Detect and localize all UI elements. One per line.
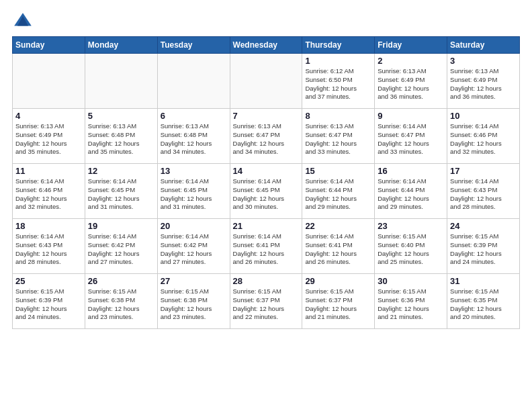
week-row-2: 4Sunrise: 6:13 AM Sunset: 6:49 PM Daylig… <box>13 109 520 164</box>
weekday-header-sunday: Sunday <box>13 37 85 54</box>
weekday-header-thursday: Thursday <box>302 37 375 54</box>
weekday-header-tuesday: Tuesday <box>157 37 230 54</box>
calendar-cell: 25Sunrise: 6:15 AM Sunset: 6:39 PM Dayli… <box>13 274 85 329</box>
weekday-header-friday: Friday <box>375 37 447 54</box>
calendar-cell: 15Sunrise: 6:14 AM Sunset: 6:44 PM Dayli… <box>302 164 375 219</box>
day-number: 24 <box>450 221 517 231</box>
day-number: 6 <box>161 111 227 121</box>
day-info: Sunrise: 6:13 AM Sunset: 6:48 PM Dayligh… <box>88 122 154 156</box>
calendar-cell: 12Sunrise: 6:14 AM Sunset: 6:45 PM Dayli… <box>85 164 157 219</box>
day-number: 27 <box>161 276 227 286</box>
day-info: Sunrise: 6:15 AM Sunset: 6:38 PM Dayligh… <box>88 287 154 322</box>
calendar-cell <box>13 54 85 109</box>
day-number: 12 <box>88 166 154 176</box>
week-row-4: 18Sunrise: 6:14 AM Sunset: 6:43 PM Dayli… <box>13 219 520 274</box>
day-number: 15 <box>305 166 371 176</box>
day-number: 22 <box>305 221 371 231</box>
calendar-cell: 6Sunrise: 6:13 AM Sunset: 6:48 PM Daylig… <box>157 109 230 164</box>
calendar-cell: 13Sunrise: 6:14 AM Sunset: 6:45 PM Dayli… <box>157 164 230 219</box>
day-number: 19 <box>88 221 154 231</box>
day-info: Sunrise: 6:15 AM Sunset: 6:38 PM Dayligh… <box>161 287 227 322</box>
day-number: 1 <box>305 56 371 66</box>
day-info: Sunrise: 6:14 AM Sunset: 6:41 PM Dayligh… <box>305 232 371 267</box>
day-info: Sunrise: 6:15 AM Sunset: 6:37 PM Dayligh… <box>305 287 371 322</box>
calendar-cell: 22Sunrise: 6:14 AM Sunset: 6:41 PM Dayli… <box>302 219 375 274</box>
day-info: Sunrise: 6:13 AM Sunset: 6:47 PM Dayligh… <box>305 122 371 156</box>
day-info: Sunrise: 6:14 AM Sunset: 6:46 PM Dayligh… <box>15 177 82 212</box>
day-info: Sunrise: 6:15 AM Sunset: 6:39 PM Dayligh… <box>15 287 82 322</box>
calendar-cell: 26Sunrise: 6:15 AM Sunset: 6:38 PM Dayli… <box>85 274 157 329</box>
day-info: Sunrise: 6:13 AM Sunset: 6:49 PM Dayligh… <box>378 67 444 101</box>
calendar-cell: 27Sunrise: 6:15 AM Sunset: 6:38 PM Dayli… <box>157 274 230 329</box>
weekday-header-row: SundayMondayTuesdayWednesdayThursdayFrid… <box>13 37 520 54</box>
calendar-cell: 10Sunrise: 6:14 AM Sunset: 6:46 PM Dayli… <box>447 109 520 164</box>
calendar-cell: 30Sunrise: 6:15 AM Sunset: 6:36 PM Dayli… <box>375 274 447 329</box>
calendar-cell: 7Sunrise: 6:13 AM Sunset: 6:47 PM Daylig… <box>230 109 302 164</box>
day-number: 2 <box>378 56 444 66</box>
day-number: 21 <box>233 221 300 231</box>
day-number: 5 <box>88 111 154 121</box>
calendar-cell: 17Sunrise: 6:14 AM Sunset: 6:43 PM Dayli… <box>447 164 520 219</box>
calendar-cell <box>157 54 230 109</box>
day-info: Sunrise: 6:15 AM Sunset: 6:40 PM Dayligh… <box>378 232 444 267</box>
day-info: Sunrise: 6:14 AM Sunset: 6:42 PM Dayligh… <box>161 232 227 267</box>
day-number: 14 <box>233 166 300 176</box>
calendar-cell: 28Sunrise: 6:15 AM Sunset: 6:37 PM Dayli… <box>230 274 302 329</box>
day-number: 18 <box>15 221 82 231</box>
day-info: Sunrise: 6:14 AM Sunset: 6:47 PM Dayligh… <box>378 122 444 156</box>
calendar-table: SundayMondayTuesdayWednesdayThursdayFrid… <box>12 36 520 329</box>
day-info: Sunrise: 6:15 AM Sunset: 6:37 PM Dayligh… <box>233 287 300 322</box>
calendar-cell: 8Sunrise: 6:13 AM Sunset: 6:47 PM Daylig… <box>302 109 375 164</box>
day-number: 31 <box>450 276 517 286</box>
calendar-cell: 16Sunrise: 6:14 AM Sunset: 6:44 PM Dayli… <box>375 164 447 219</box>
week-row-5: 25Sunrise: 6:15 AM Sunset: 6:39 PM Dayli… <box>13 274 520 329</box>
day-info: Sunrise: 6:14 AM Sunset: 6:43 PM Dayligh… <box>15 232 82 267</box>
day-info: Sunrise: 6:15 AM Sunset: 6:39 PM Dayligh… <box>450 232 517 267</box>
day-number: 3 <box>450 56 517 66</box>
logo-icon <box>12 11 34 32</box>
calendar-cell: 31Sunrise: 6:15 AM Sunset: 6:35 PM Dayli… <box>447 274 520 329</box>
calendar-cell: 11Sunrise: 6:14 AM Sunset: 6:46 PM Dayli… <box>13 164 85 219</box>
page: SundayMondayTuesdayWednesdayThursdayFrid… <box>0 0 532 337</box>
day-number: 30 <box>378 276 444 286</box>
calendar-cell: 29Sunrise: 6:15 AM Sunset: 6:37 PM Dayli… <box>302 274 375 329</box>
weekday-header-wednesday: Wednesday <box>230 37 302 54</box>
calendar-cell: 2Sunrise: 6:13 AM Sunset: 6:49 PM Daylig… <box>375 54 447 109</box>
calendar-cell: 9Sunrise: 6:14 AM Sunset: 6:47 PM Daylig… <box>375 109 447 164</box>
day-number: 4 <box>15 111 82 121</box>
day-info: Sunrise: 6:14 AM Sunset: 6:45 PM Dayligh… <box>233 177 300 212</box>
day-info: Sunrise: 6:13 AM Sunset: 6:49 PM Dayligh… <box>450 67 517 101</box>
day-number: 28 <box>233 276 300 286</box>
logo-area <box>12 11 36 32</box>
calendar-cell: 3Sunrise: 6:13 AM Sunset: 6:49 PM Daylig… <box>447 54 520 109</box>
day-number: 10 <box>450 111 517 121</box>
weekday-header-saturday: Saturday <box>447 37 520 54</box>
day-number: 8 <box>305 111 371 121</box>
day-info: Sunrise: 6:14 AM Sunset: 6:46 PM Dayligh… <box>450 122 517 156</box>
day-info: Sunrise: 6:13 AM Sunset: 6:47 PM Dayligh… <box>233 122 300 156</box>
day-info: Sunrise: 6:14 AM Sunset: 6:44 PM Dayligh… <box>378 177 444 212</box>
calendar-cell: 14Sunrise: 6:14 AM Sunset: 6:45 PM Dayli… <box>230 164 302 219</box>
day-info: Sunrise: 6:15 AM Sunset: 6:35 PM Dayligh… <box>450 287 517 322</box>
day-number: 20 <box>161 221 227 231</box>
calendar-cell: 1Sunrise: 6:12 AM Sunset: 6:50 PM Daylig… <box>302 54 375 109</box>
day-number: 17 <box>450 166 517 176</box>
calendar-cell: 18Sunrise: 6:14 AM Sunset: 6:43 PM Dayli… <box>13 219 85 274</box>
day-info: Sunrise: 6:14 AM Sunset: 6:41 PM Dayligh… <box>233 232 300 267</box>
calendar-cell: 20Sunrise: 6:14 AM Sunset: 6:42 PM Dayli… <box>157 219 230 274</box>
day-info: Sunrise: 6:14 AM Sunset: 6:45 PM Dayligh… <box>88 177 154 212</box>
calendar-cell <box>230 54 302 109</box>
day-number: 11 <box>15 166 82 176</box>
header <box>12 11 520 32</box>
day-info: Sunrise: 6:14 AM Sunset: 6:45 PM Dayligh… <box>161 177 227 212</box>
day-info: Sunrise: 6:14 AM Sunset: 6:42 PM Dayligh… <box>88 232 154 267</box>
day-info: Sunrise: 6:12 AM Sunset: 6:50 PM Dayligh… <box>305 67 371 101</box>
day-number: 16 <box>378 166 444 176</box>
week-row-3: 11Sunrise: 6:14 AM Sunset: 6:46 PM Dayli… <box>13 164 520 219</box>
day-number: 25 <box>15 276 82 286</box>
calendar-cell: 23Sunrise: 6:15 AM Sunset: 6:40 PM Dayli… <box>375 219 447 274</box>
day-info: Sunrise: 6:13 AM Sunset: 6:49 PM Dayligh… <box>15 122 82 156</box>
calendar-cell: 24Sunrise: 6:15 AM Sunset: 6:39 PM Dayli… <box>447 219 520 274</box>
day-number: 26 <box>88 276 154 286</box>
day-info: Sunrise: 6:14 AM Sunset: 6:43 PM Dayligh… <box>450 177 517 212</box>
